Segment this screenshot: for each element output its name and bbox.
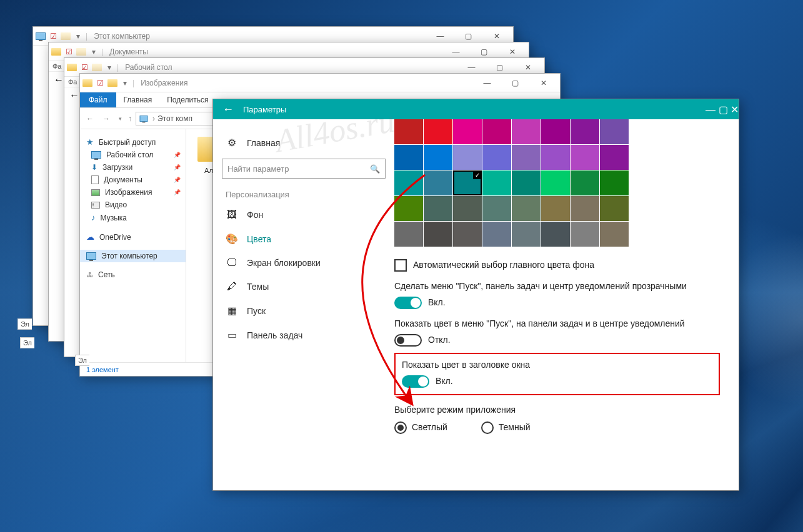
- color-swatch[interactable]: [541, 222, 570, 247]
- color-swatch[interactable]: [541, 119, 570, 144]
- sidebar-item-desktop[interactable]: Рабочий стол📌: [80, 149, 186, 161]
- color-swatch[interactable]: [512, 170, 541, 195]
- close-button[interactable]: ✕: [529, 74, 557, 92]
- settings-titlebar: ← Параметры — ▢ ✕: [213, 99, 739, 119]
- nav-forward[interactable]: →: [100, 114, 112, 123]
- minimize-button[interactable]: —: [706, 104, 716, 115]
- setting-label: Показать цвет в меню "Пуск", на панели з…: [394, 318, 720, 330]
- color-swatch[interactable]: [394, 119, 423, 144]
- sidebar-network[interactable]: Сеть: [80, 268, 186, 281]
- color-swatch[interactable]: [571, 145, 599, 170]
- maximize-button[interactable]: ▢: [719, 104, 728, 115]
- ribbon-tab-file[interactable]: Файл: [80, 92, 116, 107]
- auto-color-row[interactable]: Автоматический выбор главного цвета фона: [394, 259, 720, 272]
- color-swatch[interactable]: [394, 170, 423, 195]
- qat-icon-2[interactable]: [61, 31, 71, 41]
- color-swatch[interactable]: [541, 145, 570, 170]
- color-swatch[interactable]: [571, 196, 599, 221]
- color-swatch[interactable]: [482, 145, 511, 170]
- qat-dropdown[interactable]: ▾: [104, 62, 114, 72]
- color-swatch[interactable]: [541, 196, 570, 221]
- start-icon: ▦: [226, 305, 238, 317]
- color-swatch[interactable]: [600, 196, 629, 221]
- minimize-button[interactable]: —: [473, 74, 501, 92]
- nav-back[interactable]: ←: [84, 114, 96, 123]
- picture-icon: 🖼: [226, 209, 238, 220]
- ribbon-tab-home[interactable]: Главная: [116, 92, 160, 107]
- toggle-transparent[interactable]: [394, 297, 422, 309]
- nav-background[interactable]: 🖼Фон: [222, 203, 386, 227]
- qat-icon-1[interactable]: ☑: [64, 47, 74, 57]
- sidebar-item-downloads[interactable]: Загрузки📌: [80, 161, 186, 174]
- back-arrow[interactable]: ←: [54, 74, 64, 85]
- color-swatch[interactable]: [541, 170, 570, 195]
- color-swatch[interactable]: [394, 196, 423, 221]
- back-button[interactable]: ←: [213, 103, 243, 116]
- back-arrow[interactable]: ←: [69, 90, 79, 101]
- nav-start[interactable]: ▦Пуск: [222, 298, 386, 323]
- color-swatch[interactable]: [600, 170, 629, 195]
- color-swatch[interactable]: [600, 145, 629, 170]
- qat-dropdown[interactable]: ▾: [73, 31, 83, 41]
- color-swatch[interactable]: [482, 196, 511, 221]
- color-swatch[interactable]: [453, 145, 482, 170]
- highlight-box: Показать цвет в заголовке окна Вкл.: [394, 353, 720, 395]
- color-swatch[interactable]: [424, 170, 452, 195]
- maximize-button[interactable]: ▢: [501, 74, 529, 92]
- nav-themes[interactable]: 🖍Темы: [222, 275, 386, 298]
- checkbox-auto-color[interactable]: [394, 259, 407, 272]
- color-swatch[interactable]: [453, 170, 482, 195]
- ribbon-tab-share[interactable]: Поделиться: [159, 92, 216, 107]
- nav-up[interactable]: ↑: [128, 114, 132, 123]
- settings-window[interactable]: ← Параметры — ▢ ✕ ⚙Главная Найти парамет…: [212, 99, 739, 491]
- nav-taskbar[interactable]: ▭Панель задач: [222, 323, 386, 347]
- color-swatch[interactable]: [424, 145, 452, 170]
- sidebar-onedrive[interactable]: OneDrive: [80, 230, 186, 244]
- color-swatch[interactable]: [571, 119, 599, 144]
- radio-dark[interactable]: Темный: [481, 422, 531, 432]
- toggle-show-color[interactable]: [394, 334, 422, 347]
- qat-dropdown[interactable]: ▾: [89, 47, 99, 57]
- color-swatch[interactable]: [453, 196, 482, 221]
- qat-icon-1[interactable]: ☑: [79, 62, 89, 72]
- sidebar-item-videos[interactable]: Видео: [80, 199, 186, 211]
- sidebar-this-pc[interactable]: Этот компьютер: [80, 250, 186, 262]
- color-swatch[interactable]: [512, 145, 541, 170]
- color-swatch[interactable]: [571, 222, 599, 247]
- toggle-title-color[interactable]: [402, 375, 429, 388]
- color-swatch[interactable]: [512, 196, 541, 221]
- color-swatch[interactable]: [424, 119, 452, 144]
- color-swatch[interactable]: [453, 222, 482, 247]
- color-swatch[interactable]: [424, 196, 452, 221]
- qat-icon-2[interactable]: [92, 62, 102, 72]
- qat-icon-1[interactable]: ☑: [48, 31, 58, 41]
- nav-colors[interactable]: 🎨Цвета: [222, 227, 386, 251]
- color-swatch[interactable]: [424, 222, 452, 247]
- nav-lockscreen[interactable]: 🖵Экран блокировки: [222, 251, 386, 275]
- color-swatch[interactable]: [482, 170, 511, 195]
- color-swatch[interactable]: [512, 119, 541, 144]
- qat-icon-1[interactable]: ☑: [95, 78, 105, 88]
- color-swatch[interactable]: [571, 170, 599, 195]
- color-swatch[interactable]: [482, 119, 511, 144]
- nav-history[interactable]: ▾: [116, 116, 124, 122]
- qat-icon-2[interactable]: [76, 47, 86, 57]
- sidebar-item-pictures[interactable]: Изображения📌: [80, 186, 186, 199]
- color-swatch[interactable]: [512, 222, 541, 247]
- color-swatch[interactable]: [394, 222, 423, 247]
- sidebar-item-documents[interactable]: Документы📌: [80, 174, 186, 186]
- color-swatch[interactable]: [394, 145, 423, 170]
- radio-light[interactable]: Светлый: [394, 422, 447, 432]
- search-input[interactable]: Найти параметр 🔍: [222, 159, 386, 179]
- color-swatch[interactable]: [600, 222, 629, 247]
- quick-access-header[interactable]: Быстрый доступ: [80, 135, 186, 149]
- qat-dropdown[interactable]: ▾: [120, 78, 130, 88]
- breadcrumb-segment[interactable]: Этот комп: [157, 114, 192, 123]
- qat-icon-2[interactable]: [107, 78, 117, 88]
- nav-home[interactable]: ⚙Главная: [222, 131, 386, 155]
- color-swatch[interactable]: [453, 119, 482, 144]
- color-swatch[interactable]: [600, 119, 629, 144]
- color-swatch[interactable]: [482, 222, 511, 247]
- sidebar-item-music[interactable]: Музыка: [80, 211, 186, 224]
- close-button[interactable]: ✕: [731, 104, 739, 115]
